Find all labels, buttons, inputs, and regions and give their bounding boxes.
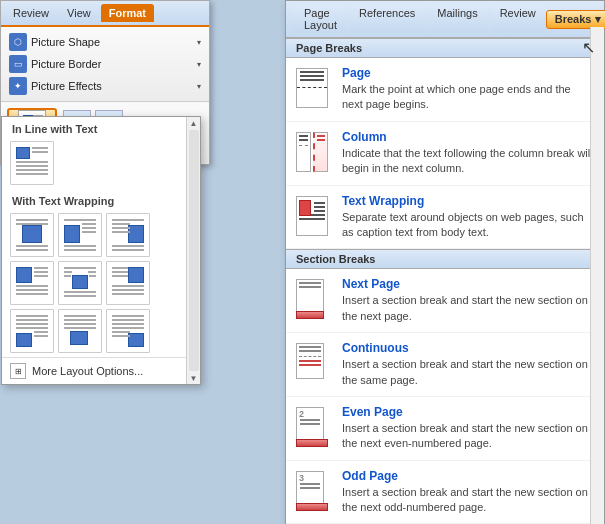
layout-wrap-item-2[interactable] <box>58 213 102 257</box>
even-page-desc: Insert a section break and start the new… <box>342 421 594 452</box>
text-wrap-icon <box>296 196 328 236</box>
next-page-icon-container <box>296 277 332 321</box>
format-ribbon: Review View Format ⬡ Picture Shape ▾ ▭ P… <box>0 0 210 165</box>
layout-wrap-item-4[interactable] <box>10 261 54 305</box>
picture-border-label: Picture Border <box>31 58 101 70</box>
layout-wrap-item-1[interactable] <box>10 213 54 257</box>
picture-shape-label: Picture Shape <box>31 36 100 48</box>
more-layout-icon: ⊞ <box>10 363 26 379</box>
continuous-title[interactable]: Continuous <box>342 341 594 355</box>
picture-effects-button[interactable]: ✦ Picture Effects ▾ <box>7 75 203 97</box>
layout-wrap-item-7[interactable] <box>10 309 54 353</box>
break-text-column: Column Indicate that the text following … <box>342 130 594 177</box>
break-text-page: Page Mark the point at which one page en… <box>342 66 594 113</box>
breaks-scrollbar[interactable] <box>590 27 604 524</box>
break-item-column[interactable]: Column Indicate that the text following … <box>286 122 604 186</box>
picture-shape-icon: ⬡ <box>9 33 27 51</box>
even-page-title[interactable]: Even Page <box>342 405 594 419</box>
break-text-continuous: Continuous Insert a section break and st… <box>342 341 594 388</box>
page-breaks-header: Page Breaks <box>286 38 604 58</box>
layout-wrap-item-6[interactable] <box>106 261 150 305</box>
tab-view[interactable]: View <box>59 4 99 22</box>
tab-page-layout[interactable]: Page Layout <box>294 5 347 33</box>
scroll-down-arrow[interactable]: ▼ <box>188 372 200 384</box>
wrap-section-title: With Text Wrapping <box>2 189 200 209</box>
continuous-desc: Insert a section break and start the new… <box>342 357 594 388</box>
break-item-even-page[interactable]: 2 Even Page Insert a section break and s… <box>286 397 604 461</box>
tab-review[interactable]: Review <box>490 5 546 33</box>
picture-border-arrow: ▾ <box>197 60 201 69</box>
breaks-tabs: Page Layout References Mailings Review <box>294 5 546 33</box>
picture-effects-icon: ✦ <box>9 77 27 95</box>
column-desc: Indicate that the text following the col… <box>342 146 594 177</box>
layout-wrap-item-5[interactable] <box>58 261 102 305</box>
inline-section-title: In Line with Text <box>2 117 200 137</box>
breaks-content: Page Breaks Page Mark the point at which… <box>286 38 604 524</box>
next-page-desc: Insert a section break and start the new… <box>342 293 594 324</box>
text-wrapping-desc: Separate text around objects on web page… <box>342 210 594 241</box>
even-page-icon-container: 2 <box>296 405 332 449</box>
section-breaks-header: Section Breaks <box>286 249 604 269</box>
break-item-text-wrapping[interactable]: Text Wrapping Separate text around objec… <box>286 186 604 250</box>
tab-mailings[interactable]: Mailings <box>427 5 487 33</box>
break-item-odd-page[interactable]: 3 Odd Page Insert a section break and st… <box>286 461 604 524</box>
tab-format[interactable]: Format <box>101 4 154 22</box>
layout-wrap-item-3[interactable] <box>106 213 150 257</box>
tab-references[interactable]: References <box>349 5 425 33</box>
break-item-next-page[interactable]: Next Page Insert a section break and sta… <box>286 269 604 333</box>
layout-wrap-item-9[interactable] <box>106 309 150 353</box>
ribbon-tab-bar: Review View Format <box>1 1 209 27</box>
scroll-up-arrow[interactable]: ▲ <box>188 117 200 129</box>
tab-review[interactable]: Review <box>5 4 57 22</box>
break-item-continuous[interactable]: Continuous Insert a section break and st… <box>286 333 604 397</box>
break-item-page[interactable]: Page Mark the point at which one page en… <box>286 58 604 122</box>
odd-page-icon-container: 3 <box>296 469 332 513</box>
text-wrapping-title[interactable]: Text Wrapping <box>342 194 594 208</box>
page-desc: Mark the point at which one page ends an… <box>342 82 594 113</box>
breaks-panel-header: Page Layout References Mailings Review B… <box>286 1 604 38</box>
continuous-icon <box>296 343 328 383</box>
picture-shape-button[interactable]: ⬡ Picture Shape ▾ <box>7 31 203 53</box>
picture-border-button[interactable]: ▭ Picture Border ▾ <box>7 53 203 75</box>
odd-page-icon: 3 <box>296 471 332 511</box>
page-break-icon <box>296 68 328 108</box>
next-page-icon <box>296 279 328 319</box>
next-page-title[interactable]: Next Page <box>342 277 594 291</box>
page-break-icon-container <box>296 66 332 110</box>
column-break-icon-container <box>296 130 332 174</box>
layout-dropdown: In Line with Text With Text Wrapping <box>1 116 201 385</box>
layout-scrollbar[interactable]: ▲ ▼ <box>186 117 200 384</box>
picture-border-icon: ▭ <box>9 55 27 73</box>
column-break-icon <box>296 132 328 172</box>
layout-grid <box>2 209 200 357</box>
picture-effects-label: Picture Effects <box>31 80 102 92</box>
breaks-button[interactable]: Breaks ▾ <box>546 10 605 29</box>
even-page-icon: 2 <box>296 407 332 447</box>
picture-shape-arrow: ▾ <box>197 38 201 47</box>
break-text-even-page: Even Page Insert a section break and sta… <box>342 405 594 452</box>
break-text-odd-page: Odd Page Insert a section break and star… <box>342 469 594 516</box>
layout-inline-inner <box>14 145 50 181</box>
page-title[interactable]: Page <box>342 66 594 80</box>
picture-effects-arrow: ▾ <box>197 82 201 91</box>
break-text-next-page: Next Page Insert a section break and sta… <box>342 277 594 324</box>
text-wrap-icon-container <box>296 194 332 238</box>
break-text-wrapping: Text Wrapping Separate text around objec… <box>342 194 594 241</box>
more-layout-options-button[interactable]: ⊞ More Layout Options... <box>2 357 200 384</box>
odd-page-desc: Insert a section break and start the new… <box>342 485 594 516</box>
layout-wrap-item-8[interactable] <box>58 309 102 353</box>
layout-inline-item[interactable] <box>10 141 54 185</box>
column-title[interactable]: Column <box>342 130 594 144</box>
continuous-icon-container <box>296 341 332 385</box>
odd-page-title[interactable]: Odd Page <box>342 469 594 483</box>
breaks-panel: Page Layout References Mailings Review B… <box>285 0 605 524</box>
